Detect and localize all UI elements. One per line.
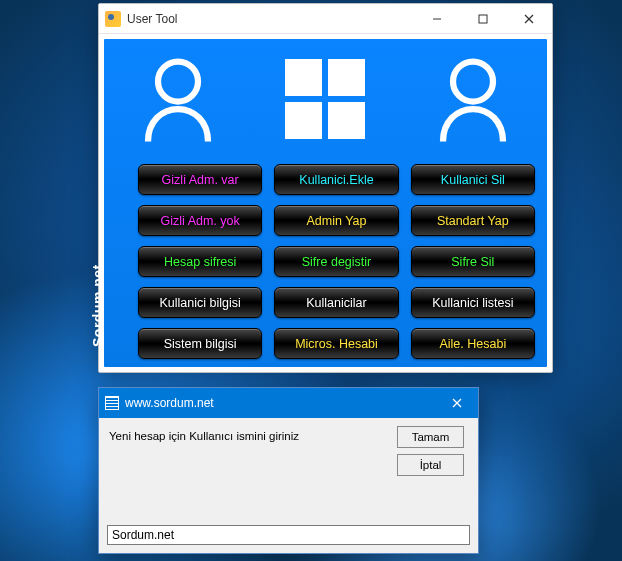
- input-dialog: www.sordum.net Yeni hesap için Kullanıcı…: [98, 387, 479, 554]
- maximize-button[interactable]: [460, 4, 506, 33]
- tool-button[interactable]: Kullanici.Ekle: [274, 164, 398, 195]
- app-icon: [105, 11, 121, 27]
- minimize-button[interactable]: [414, 4, 460, 33]
- svg-point-5: [453, 62, 493, 102]
- svg-point-4: [158, 62, 198, 102]
- tool-button[interactable]: Hesap sifresi: [138, 246, 262, 277]
- dialog-titlebar[interactable]: www.sordum.net: [99, 388, 478, 418]
- tool-button[interactable]: Admin Yap: [274, 205, 398, 236]
- tool-button[interactable]: Kullanicilar: [274, 287, 398, 318]
- close-button[interactable]: [506, 4, 552, 33]
- window-title: User Tool: [127, 12, 177, 26]
- tool-button[interactable]: Micros. Hesabi: [274, 328, 398, 359]
- brand-label-vertical: Sordum.net: [90, 264, 106, 347]
- svg-rect-1: [479, 15, 487, 23]
- tool-button[interactable]: Gizli Adm. var: [138, 164, 262, 195]
- tool-button[interactable]: Standart Yap: [411, 205, 535, 236]
- dialog-icon: [105, 396, 119, 410]
- dialog-message: Yeni hesap için Kullanıcı ismini giriniz: [109, 430, 299, 442]
- cancel-button[interactable]: İptal: [397, 454, 464, 476]
- tool-button[interactable]: Kullanici Sil: [411, 164, 535, 195]
- tool-button[interactable]: Sifre Sil: [411, 246, 535, 277]
- button-grid: Gizli Adm. varKullanici.EkleKullanici Si…: [138, 164, 535, 359]
- titlebar[interactable]: User Tool: [99, 4, 552, 34]
- tool-button[interactable]: Sistem bilgisi: [138, 328, 262, 359]
- tool-button[interactable]: Sifre degistir: [274, 246, 398, 277]
- tool-button[interactable]: Kullanici bilgisi: [138, 287, 262, 318]
- header-row: [104, 39, 547, 149]
- user-tool-window: User Tool So: [98, 3, 553, 373]
- dialog-title: www.sordum.net: [125, 396, 214, 410]
- user-icon: [433, 54, 513, 144]
- tool-button[interactable]: Gizli Adm. yok: [138, 205, 262, 236]
- user-icon: [138, 54, 218, 144]
- tool-body: Sordum.net Gizli Adm. varKullanici.EkleK…: [104, 39, 547, 367]
- username-input[interactable]: [107, 525, 470, 545]
- ok-button[interactable]: Tamam: [397, 426, 464, 448]
- windows-logo-icon: [285, 59, 365, 139]
- dialog-close-button[interactable]: [436, 388, 478, 418]
- tool-button[interactable]: Aile. Hesabi: [411, 328, 535, 359]
- tool-button[interactable]: Kullanici listesi: [411, 287, 535, 318]
